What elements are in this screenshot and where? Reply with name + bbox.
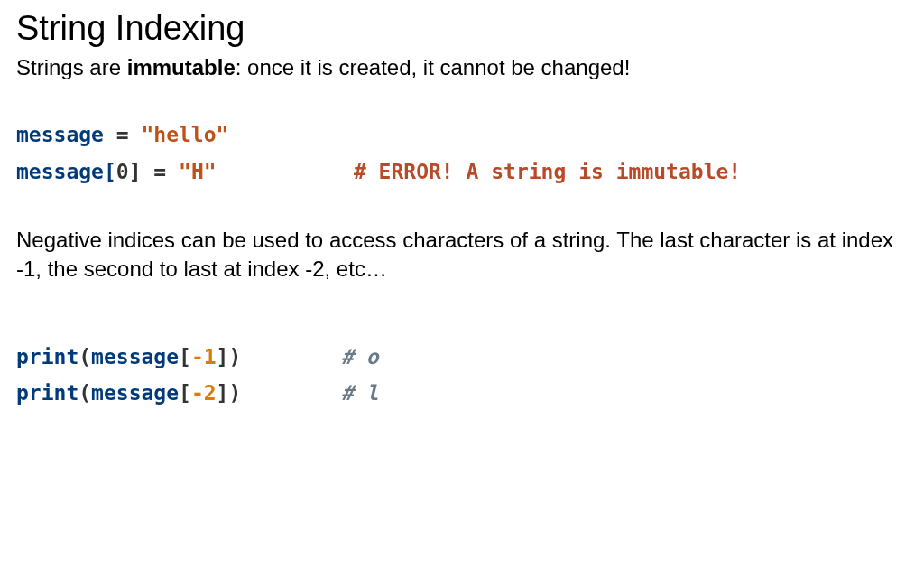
- code-pad: [241, 381, 341, 405]
- code-bracket: [: [179, 345, 191, 368]
- code-identifier: message[: [16, 160, 116, 183]
- code-paren: (: [79, 345, 91, 368]
- intro-paragraph: Strings are immutable: once it is create…: [16, 53, 908, 82]
- negative-index-paragraph: Negative indices can be used to access c…: [16, 226, 908, 284]
- code-pad: [217, 160, 354, 183]
- code-paren: ): [228, 381, 241, 405]
- code-identifier: message: [91, 345, 179, 368]
- code-line: message[0] = "H" # ERROR! A string is im…: [16, 154, 908, 190]
- code-identifier: message: [16, 123, 104, 146]
- code-number: -1: [191, 345, 217, 368]
- code-pad: [241, 345, 341, 368]
- code-operator: ] =: [129, 160, 179, 183]
- code-line: print(message[-2]) # l: [16, 375, 908, 411]
- code-paren: ): [228, 345, 241, 368]
- code-paren: (: [79, 381, 91, 405]
- code-bracket: [: [179, 381, 191, 405]
- code-error-comment: # ERROR! A string is immutable!: [354, 160, 741, 183]
- intro-bold: immutable: [127, 55, 236, 79]
- code-number: -2: [191, 381, 217, 405]
- code-output-comment: # o: [341, 345, 379, 368]
- code-operator: =: [104, 123, 142, 146]
- code-output-comment: # l: [341, 381, 379, 405]
- code-block-2: print(message[-1]) # o print(message[-2]…: [16, 339, 908, 412]
- code-block-1: message = "hello" message[0] = "H" # ERR…: [16, 117, 908, 190]
- code-identifier: message: [91, 381, 179, 405]
- code-bracket: ]: [217, 381, 229, 405]
- code-bracket: ]: [217, 345, 229, 368]
- code-string: "H": [179, 160, 217, 183]
- code-index: 0: [116, 160, 129, 183]
- intro-suffix: : once it is created, it cannot be chang…: [236, 55, 631, 79]
- code-line: message = "hello": [16, 117, 908, 153]
- intro-prefix: Strings are: [16, 55, 127, 79]
- code-string: "hello": [141, 123, 228, 146]
- code-line: print(message[-1]) # o: [16, 339, 908, 375]
- code-function: print: [16, 345, 79, 368]
- page-title: String Indexing: [16, 9, 908, 48]
- code-function: print: [16, 381, 79, 405]
